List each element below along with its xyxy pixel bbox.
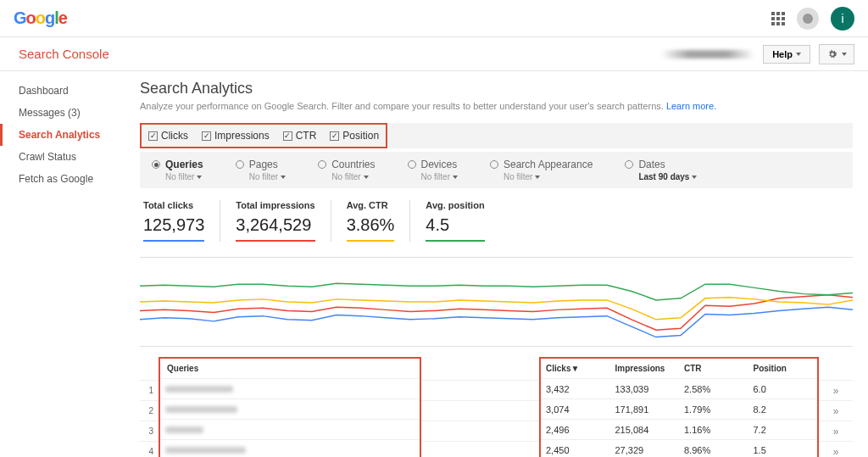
page-title: Search Analytics: [140, 80, 853, 98]
row-number: 2: [140, 406, 159, 415]
table-row-metrics: 3,432133,0392.58%6.0: [541, 378, 817, 398]
svg-rect-1: [776, 12, 780, 15]
avatar[interactable]: i: [831, 7, 854, 31]
dimension-dates[interactable]: DatesLast 90 days: [625, 159, 697, 181]
chevron-right-icon: [833, 426, 839, 437]
svg-rect-8: [782, 22, 785, 25]
sidebar-item-search-analytics[interactable]: Search Analytics: [0, 124, 131, 146]
dimension-filter[interactable]: No filter: [421, 172, 458, 181]
learn-more-link[interactable]: Learn more.: [666, 101, 716, 111]
expand-row-button[interactable]: [819, 400, 853, 421]
dimension-countries[interactable]: CountriesNo filter: [318, 159, 375, 181]
caret-down-icon: [692, 176, 697, 179]
caret-down-icon: [364, 176, 369, 179]
dimension-filter[interactable]: No filter: [331, 172, 375, 181]
checkbox-icon: ✓: [283, 131, 292, 141]
ctr-header[interactable]: CTR: [679, 364, 748, 373]
metric-checkbox-position[interactable]: ✓Position: [330, 130, 379, 142]
caret-down-icon: [197, 176, 202, 179]
expand-row-button[interactable]: [819, 441, 853, 457]
svg-rect-4: [776, 17, 780, 20]
svg-rect-3: [771, 17, 775, 20]
checkbox-icon: ✓: [148, 131, 158, 141]
query-text: [165, 447, 246, 454]
caret-down-icon: [281, 176, 286, 179]
stats-row: Total clicks125,973Total impressions3,26…: [140, 200, 853, 242]
page-description: Analyze your performance on Google Searc…: [140, 101, 853, 111]
caret-down-icon: [535, 176, 540, 179]
dimension-row: QueriesNo filter PagesNo filter Countrie…: [140, 152, 853, 188]
expand-row-button[interactable]: [819, 421, 853, 441]
table-row-metrics: 3,074171,8911.79%8.2: [541, 398, 817, 419]
chevron-right-icon: [833, 405, 839, 417]
queries-header[interactable]: Queries: [159, 357, 421, 378]
google-logo[interactable]: Google: [14, 8, 67, 28]
notifications-icon[interactable]: [797, 8, 819, 30]
svg-rect-7: [776, 22, 780, 25]
help-button[interactable]: Help: [763, 45, 810, 64]
metrics-columns: Clicks▼ Impressions CTR Position 3,43213…: [539, 357, 819, 457]
metric-checkbox-ctr[interactable]: ✓CTR: [283, 130, 317, 142]
dimension-filter[interactable]: Last 90 days: [638, 172, 697, 181]
dimension-devices[interactable]: DevicesNo filter: [408, 159, 458, 181]
radio-icon: [625, 160, 633, 169]
settings-button[interactable]: [819, 44, 854, 64]
table-row[interactable]: [160, 378, 420, 398]
metric-checkbox-impressions[interactable]: ✓Impressions: [202, 130, 270, 142]
table-row[interactable]: [160, 398, 420, 419]
sidebar-item-dashboard[interactable]: Dashboard: [0, 80, 131, 102]
row-number: 3: [140, 426, 159, 436]
stat-avg-ctr: Avg. CTR3.86%: [331, 200, 411, 242]
subbar-right: Help: [661, 44, 854, 64]
topbar-right: i: [771, 7, 854, 31]
svg-rect-6: [771, 22, 775, 25]
analytics-chart: [140, 257, 853, 347]
sidebar-item-crawl-status[interactable]: Crawl Status: [0, 146, 131, 168]
sidebar: DashboardMessages (3)Search AnalyticsCra…: [0, 71, 131, 457]
site-selector[interactable]: [661, 50, 754, 59]
checkbox-icon: ✓: [202, 131, 211, 141]
position-header[interactable]: Position: [748, 364, 818, 373]
sidebar-item-fetch-as-google[interactable]: Fetch as Google: [0, 168, 131, 190]
query-text: [165, 406, 237, 413]
radio-icon: [318, 160, 326, 169]
metrics-header-row: Clicks▼ Impressions CTR Position: [539, 357, 819, 378]
caret-down-icon: [796, 53, 801, 56]
impressions-header[interactable]: Impressions: [610, 364, 680, 373]
svg-rect-0: [771, 12, 775, 15]
dimension-search-appearance[interactable]: Search AppearanceNo filter: [490, 159, 593, 181]
dimension-filter[interactable]: No filter: [249, 172, 286, 181]
chevron-right-icon: [833, 385, 839, 397]
console-title: Search Console: [19, 47, 109, 61]
sidebar-item-messages-3-[interactable]: Messages (3): [0, 102, 131, 124]
svg-rect-2: [782, 12, 785, 15]
radio-icon: [152, 160, 160, 169]
table-row-metrics: 2,496215,0841.16%7.2: [541, 419, 817, 439]
apps-icon[interactable]: [771, 12, 785, 25]
stat-avg-position: Avg. position4.5: [410, 200, 499, 242]
query-text: [165, 426, 203, 433]
checkbox-icon: ✓: [330, 131, 339, 141]
query-text: [165, 386, 233, 393]
topbar: Google i: [0, 0, 868, 37]
gear-icon: [826, 48, 838, 60]
stat-total-clicks: Total clicks125,973: [140, 200, 220, 242]
chevron-right-icon: [833, 446, 839, 458]
dimension-filter[interactable]: No filter: [504, 172, 593, 181]
caret-down-icon: [842, 53, 847, 56]
clicks-header[interactable]: Clicks▼: [541, 364, 610, 373]
table-row[interactable]: [160, 439, 420, 457]
main-content: Search Analytics Analyze your performanc…: [131, 71, 868, 457]
table-row[interactable]: [160, 419, 420, 439]
dimension-filter[interactable]: No filter: [165, 172, 203, 181]
svg-rect-5: [782, 17, 785, 20]
radio-icon: [408, 160, 416, 169]
dimension-pages[interactable]: PagesNo filter: [236, 159, 286, 181]
dimension-queries[interactable]: QueriesNo filter: [152, 159, 203, 181]
row-number: 1: [140, 386, 159, 395]
expand-row-button[interactable]: [819, 380, 853, 400]
metric-checkboxes: ✓Clicks✓Impressions✓CTR✓Position: [140, 123, 387, 148]
metric-checkbox-clicks[interactable]: ✓Clicks: [148, 130, 188, 142]
caret-down-icon: [453, 176, 458, 179]
radio-icon: [236, 160, 244, 169]
